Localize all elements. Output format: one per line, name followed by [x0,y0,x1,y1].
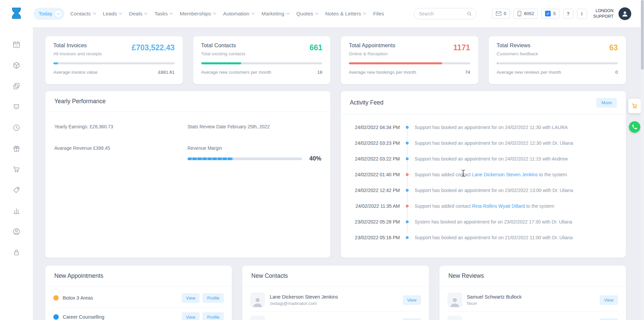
call-widget-button[interactable] [629,121,640,133]
activity-feed-panel: Activity Feed More 24/02/2022 04:34 PM S… [341,91,626,258]
search-icon[interactable] [467,11,472,16]
sidebar-item-calendar[interactable]: 12 [9,37,24,52]
sidebar-item-security[interactable] [9,245,24,260]
sidebar-item-sales[interactable] [9,162,24,177]
feed-marker-icon [400,142,415,144]
yearly-earnings: Yearly Earnings: £28,360.73 [54,124,187,129]
feed-marker-icon [400,205,415,207]
contact-row: Rina Rollins Wyatt Dillard View [250,312,421,320]
feed-text-pre: System has booked an appointment for on … [415,219,572,225]
sidebar-item-offers[interactable] [9,183,24,197]
contact-link[interactable]: Lane Dickerson Steven Jenkins [472,172,538,177]
search-box[interactable] [414,8,476,19]
sidebar-item-rooms[interactable] [9,79,24,93]
chevron-down-icon [144,11,148,15]
nav-label: Marketing [262,11,284,17]
feed-text-pre: Support has booked an appointment for on… [415,125,568,130]
stat-subtitle: Total existing contacts [201,51,246,56]
feed-marker-icon [400,173,415,176]
view-button[interactable]: View [600,295,618,305]
messages-count: 0 [504,11,506,16]
info-icon: i [581,11,583,16]
chevron-down-icon [55,10,62,17]
nav-label: Tasks [154,11,168,17]
stat-footer-value: £881.61 [158,70,175,75]
review-row: Alex Stefan View [447,312,618,320]
view-button[interactable]: View [182,312,200,320]
nav-item-marketing[interactable]: Marketing [260,8,291,19]
envelope-icon [496,11,501,16]
timeline-ring-icon [406,220,409,223]
more-button[interactable]: More [596,98,617,108]
view-button[interactable]: View [600,318,618,320]
contact-name: Lane Dickerson Steven Jenkins [270,294,402,300]
nav-label: Files [373,11,384,17]
scrollbar-thumb[interactable] [641,0,644,70]
yearly-performance-panel: Yearly Performance Yearly Earnings: £28,… [45,91,330,258]
chevron-down-icon [286,11,289,15]
feed-item: 24/02/2022 12:42 PM Support has booked a… [350,182,617,198]
calls-badge[interactable]: 6052 [514,9,538,19]
tasks-badge[interactable]: 5 [541,9,559,19]
sidebar: 12 [0,27,33,320]
nav-item-today[interactable]: Today [34,8,64,20]
contact-row: Lane Dickerson Steven Jenkins zedagi@mai… [250,289,421,312]
nav-label: Leads [103,11,117,17]
nav-item-notes-letters[interactable]: Notes & Letters [324,8,368,19]
feed-text: Support has booked an appointment for on… [415,188,573,193]
profile-button[interactable]: Profile [203,312,224,320]
cart-widget-button[interactable] [628,99,641,113]
progress-track [201,62,323,64]
search-input[interactable] [418,11,467,17]
nav-item-contacts[interactable]: Contacts [68,8,97,19]
info-button[interactable]: i [577,9,587,19]
nav-item-files[interactable]: Files [371,8,386,19]
sidebar-item-packages[interactable] [9,141,24,156]
progress-track [349,62,470,64]
feed-marker-icon [400,236,415,239]
sidebar-item-stock[interactable] [9,58,24,73]
nav-item-quotes[interactable]: Quotes [295,8,320,19]
nav-item-tasks[interactable]: Tasks [153,8,174,19]
view-button[interactable]: View [182,293,200,303]
sidebar-item-reports[interactable] [9,203,24,218]
page-scrollbar[interactable] [641,0,644,320]
stat-card-contacts: Total Contacts Total existing contacts 6… [193,36,331,84]
profile-button[interactable]: Profile [203,293,224,303]
new-contacts-panel: New Contacts Lane Dickerson Steven Jenki… [242,266,429,320]
mask-icon [12,103,20,111]
chevron-down-icon [363,11,366,15]
timeline-ring-icon [406,173,409,176]
nav-item-deals[interactable]: Deals [127,8,149,19]
sidebar-item-account[interactable] [9,224,24,239]
timeline-ring-icon [406,157,409,160]
view-button[interactable]: View [403,318,421,320]
nav-item-memberships[interactable]: Memberships [178,8,217,19]
messages-badge[interactable]: 0 [492,9,510,19]
stat-footer-label: Average new customers per month [201,70,271,75]
calendar-icon: 12 [12,41,20,49]
contact-link[interactable]: Rina Rollins Wyatt Dillard [472,203,525,209]
account-line1: LONDON [593,8,613,13]
nav-label: Automation [223,11,249,17]
user-avatar[interactable] [619,7,631,20]
avatar [250,316,265,320]
sidebar-item-treatments[interactable] [9,100,24,114]
help-button[interactable]: ? [563,9,573,19]
logo[interactable] [0,6,33,21]
panel-title: Activity Feed [350,99,383,106]
tasks-count: 5 [553,11,556,16]
feed-text: Support has added contact Rina Rollins W… [415,203,554,209]
nav-item-automation[interactable]: Automation [221,8,256,19]
timeline-ring-icon [406,236,409,239]
sidebar-item-history[interactable] [9,120,24,135]
stat-value: 1171 [453,43,470,56]
view-button[interactable]: View [403,295,421,305]
stat-footer-value: 0 [615,70,618,75]
chevron-down-icon [315,11,318,15]
feed-item: 24/02/2022 04:34 PM Support has booked a… [350,119,617,135]
phone-icon [632,124,638,130]
nav-item-leads[interactable]: Leads [101,8,123,19]
main-nav: Today Contacts Leads Deals Tasks Members… [34,8,386,20]
revenue-margin-label: Revenue Margin [187,145,321,151]
